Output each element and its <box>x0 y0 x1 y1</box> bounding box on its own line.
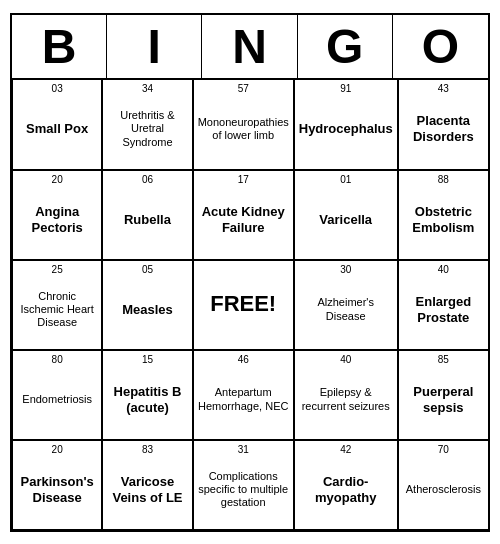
bingo-letter-o: O <box>393 15 488 78</box>
bingo-cell-21: 83Varicose Veins of LE <box>102 440 192 530</box>
bingo-cell-0: 03Small Pox <box>12 80 102 170</box>
bingo-cell-7: 17Acute Kidney Failure <box>193 170 294 260</box>
bingo-letter-n: N <box>202 15 297 78</box>
bingo-cell-11: 05Measles <box>102 260 192 350</box>
bingo-cell-9: 88Obstetric Embolism <box>398 170 488 260</box>
cell-number: 85 <box>399 354 488 365</box>
cell-number: 34 <box>103 83 191 94</box>
cell-number: 91 <box>295 83 397 94</box>
bingo-cell-5: 20Angina Pectoris <box>12 170 102 260</box>
cell-text: Angina Pectoris <box>17 204 97 235</box>
free-cell: FREE! <box>193 260 294 350</box>
cell-text: Puerperal sepsis <box>403 384 484 415</box>
cell-text: Antepartum Hemorrhage, NEC <box>198 386 289 412</box>
bingo-cell-19: 85Puerperal sepsis <box>398 350 488 440</box>
bingo-cell-20: 20Parkinson's Disease <box>12 440 102 530</box>
cell-text: Hydrocephalus <box>299 121 393 137</box>
cell-number: 80 <box>13 354 101 365</box>
cell-number: 88 <box>399 174 488 185</box>
cell-text: Obstetric Embolism <box>403 204 484 235</box>
bingo-card: BINGO 03Small Pox34Urethritis & Uretral … <box>10 13 490 532</box>
bingo-cell-2: 57Mononeuropathies of lower limb <box>193 80 294 170</box>
cell-number: 03 <box>13 83 101 94</box>
cell-number: 40 <box>399 264 488 275</box>
cell-text: Acute Kidney Failure <box>198 204 289 235</box>
cell-number: 70 <box>399 444 488 455</box>
bingo-cell-17: 46Antepartum Hemorrhage, NEC <box>193 350 294 440</box>
cell-text: Varicose Veins of LE <box>107 474 187 505</box>
cell-number: 30 <box>295 264 397 275</box>
cell-number: 20 <box>13 444 101 455</box>
cell-text: Varicella <box>319 212 372 228</box>
cell-number: 31 <box>194 444 293 455</box>
cell-text: Mononeuropathies of lower limb <box>198 116 289 142</box>
bingo-cell-23: 42Cardio-myopathy <box>294 440 398 530</box>
cell-number: 40 <box>295 354 397 365</box>
cell-number: 20 <box>13 174 101 185</box>
cell-text: Cardio-myopathy <box>299 474 393 505</box>
bingo-cell-6: 06Rubella <box>102 170 192 260</box>
cell-number: 15 <box>103 354 191 365</box>
cell-text: Parkinson's Disease <box>17 474 97 505</box>
bingo-cell-22: 31Complications specific to multiple ges… <box>193 440 294 530</box>
cell-text: Chronic Ischemic Heart Disease <box>17 290 97 330</box>
cell-text: Alzheimer's Disease <box>299 296 393 322</box>
bingo-cell-1: 34Urethritis & Uretral Syndrome <box>102 80 192 170</box>
bingo-cell-24: 70Atherosclerosis <box>398 440 488 530</box>
cell-text: Complications specific to multiple gesta… <box>198 470 289 510</box>
cell-text: Measles <box>122 302 173 318</box>
cell-text: Rubella <box>124 212 171 228</box>
cell-text: Urethritis & Uretral Syndrome <box>107 109 187 149</box>
cell-text: Epilepsy & recurrent seizures <box>299 386 393 412</box>
cell-text: Atherosclerosis <box>406 483 481 496</box>
cell-text: Endometriosis <box>22 393 92 406</box>
cell-number: 17 <box>194 174 293 185</box>
cell-number: 25 <box>13 264 101 275</box>
bingo-letter-g: G <box>298 15 393 78</box>
cell-text: Small Pox <box>26 121 88 137</box>
bingo-cell-10: 25Chronic Ischemic Heart Disease <box>12 260 102 350</box>
cell-text: Hepatitis B (acute) <box>107 384 187 415</box>
bingo-grid: 03Small Pox34Urethritis & Uretral Syndro… <box>12 80 488 530</box>
cell-number: 57 <box>194 83 293 94</box>
cell-number: 43 <box>399 83 488 94</box>
cell-number: 05 <box>103 264 191 275</box>
bingo-cell-18: 40Epilepsy & recurrent seizures <box>294 350 398 440</box>
cell-number: 06 <box>103 174 191 185</box>
cell-text: Placenta Disorders <box>403 113 484 144</box>
cell-number: 01 <box>295 174 397 185</box>
cell-number: 46 <box>194 354 293 365</box>
bingo-cell-16: 15Hepatitis B (acute) <box>102 350 192 440</box>
bingo-cell-13: 30Alzheimer's Disease <box>294 260 398 350</box>
bingo-cell-3: 91Hydrocephalus <box>294 80 398 170</box>
bingo-header: BINGO <box>12 15 488 80</box>
bingo-letter-b: B <box>12 15 107 78</box>
bingo-cell-8: 01Varicella <box>294 170 398 260</box>
bingo-letter-i: I <box>107 15 202 78</box>
bingo-cell-4: 43Placenta Disorders <box>398 80 488 170</box>
cell-number: 83 <box>103 444 191 455</box>
cell-text: FREE! <box>210 291 276 317</box>
bingo-cell-14: 40Enlarged Prostate <box>398 260 488 350</box>
cell-number: 42 <box>295 444 397 455</box>
bingo-cell-15: 80Endometriosis <box>12 350 102 440</box>
cell-text: Enlarged Prostate <box>403 294 484 325</box>
